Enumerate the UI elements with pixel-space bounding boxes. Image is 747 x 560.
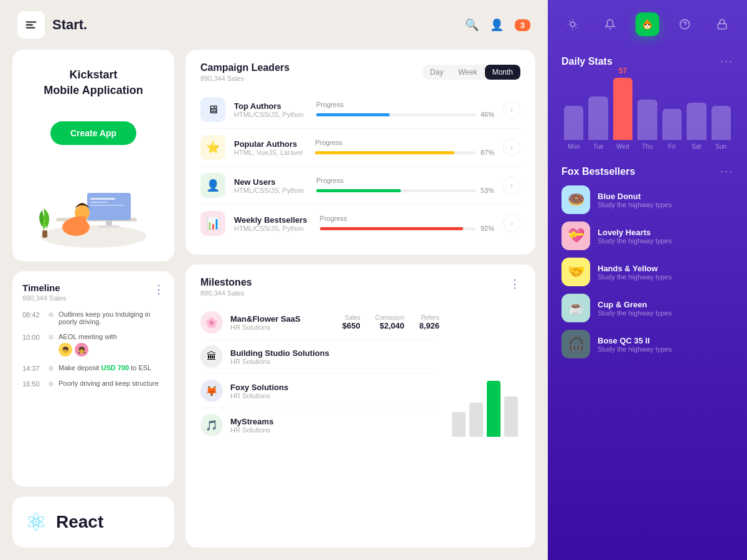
svg-point-15 (570, 22, 575, 27)
bar-thu: Thu (637, 100, 657, 150)
list-item: 16:50 Poorly driving and keep structure (22, 380, 164, 388)
tab-month[interactable]: Month (485, 65, 520, 80)
notification-badge[interactable]: 3 (515, 19, 530, 31)
fox-icon[interactable] (636, 12, 659, 36)
svg-rect-14 (42, 230, 47, 238)
man-flower-stats: Sales $650 Comission $2,040 Refers 8,926 (342, 314, 439, 330)
fox-bestsellers-header: Fox Bestsellers ··· (561, 165, 733, 178)
tab-day[interactable]: Day (423, 65, 451, 80)
list-item: ☕ Cup & Green Study the highway types (561, 294, 733, 322)
avatar: 👦 (59, 343, 72, 357)
svg-rect-30 (718, 24, 726, 29)
top-authors-icon: 🖥 (200, 97, 225, 122)
mystreams-icon: 🎵 (200, 414, 223, 436)
kickstart-card: Kickstart Mobile Application Create App (12, 50, 174, 261)
logo-icon (17, 11, 45, 39)
foxy-solutions-icon: 🦊 (200, 380, 223, 402)
timeline-menu-icon[interactable]: ⋮ (153, 282, 164, 296)
daily-stats-chart: Mon Tue 57 Wed Thu Fri (561, 75, 733, 150)
campaign-subtitle: 890,344 Sales (200, 75, 289, 82)
campaign-card: Campaign Leaders 890,344 Sales Day Week … (186, 50, 535, 254)
help-icon[interactable] (673, 12, 697, 36)
weekly-bestsellers-icon: 📊 (200, 211, 225, 236)
right-panel: Daily Stats ··· Mon Tue 57 Wed (548, 0, 747, 560)
fox-bestsellers-menu[interactable]: ··· (720, 165, 733, 178)
search-icon[interactable]: 🔍 (465, 18, 479, 32)
list-item: 10:00 AEOL meeting with 👦 👧 (22, 333, 164, 357)
user-icon[interactable]: 👤 (490, 18, 504, 32)
list-item: 🏛 Building Studio Solutions HR Solutions (200, 340, 439, 374)
fox-bestsellers-list: 🍩 Blue Donut Study the highway types 💝 L… (561, 185, 733, 358)
list-item: 08:42 Outlines keep you Indulging in poo… (22, 310, 164, 325)
milestones-subtitle: 890,344 Sales (200, 289, 252, 297)
daily-stats-section: Daily Stats ··· Mon Tue 57 Wed (548, 49, 747, 156)
blue-donut-thumb: 🍩 (561, 185, 590, 214)
chart-bar (504, 396, 518, 437)
popular-authors-icon: ⭐ (200, 135, 225, 160)
lock-icon[interactable] (710, 12, 734, 36)
content-area: Kickstart Mobile Application Create App (0, 50, 548, 560)
panel-top-icons (548, 0, 747, 49)
main-area: Start. 🔍 👤 3 Kickstart Mobile Applicatio… (0, 0, 548, 560)
bar-fri: Fri (662, 109, 682, 150)
list-item: 🌸 Man&Flower SaaS HR Solutions Sales $65… (200, 306, 439, 340)
logo-text: Start. (52, 17, 87, 33)
timeline-card: Timeline 890,344 Sales ⋮ 08:42 Outlines … (12, 271, 174, 487)
milestones-body: 🌸 Man&Flower SaaS HR Solutions Sales $65… (200, 306, 520, 442)
milestones-card: Milestones 890,344 Sales ⋮ 🌸 Man&Flower … (186, 264, 535, 548)
timeline-title: Timeline (22, 282, 66, 293)
lightbulb-icon[interactable] (561, 12, 585, 36)
bose-qc-thumb: 🎧 (561, 330, 590, 358)
fox-bestsellers-title: Fox Bestsellers (561, 166, 635, 177)
popular-authors-progress: Progress 87% (315, 139, 494, 156)
fox-bestsellers-section: Fox Bestsellers ··· 🍩 Blue Donut Study t… (548, 156, 747, 560)
tab-week[interactable]: Week (451, 65, 484, 80)
create-app-button[interactable]: Create App (50, 121, 136, 145)
bar-mon: Mon (564, 106, 583, 150)
svg-rect-7 (106, 220, 112, 225)
list-item: 🎧 Bose QC 35 II Study the highway types (561, 330, 733, 358)
weekly-bestsellers-arrow[interactable]: › (503, 215, 520, 232)
new-users-arrow[interactable]: › (503, 177, 520, 194)
svg-line-19 (576, 27, 576, 28)
svg-rect-6 (87, 193, 131, 220)
top-authors-arrow[interactable]: › (503, 101, 520, 118)
list-item: 🦊 Foxy Solutions HR Solutions (200, 374, 439, 408)
svg-rect-10 (90, 202, 108, 203)
svg-point-25 (645, 24, 647, 26)
list-item: 🎵 MyStreams HR Solutions (200, 408, 439, 442)
weekly-bestsellers-progress: Progress 92% (320, 215, 494, 232)
campaign-header: Campaign Leaders 890,344 Sales Day Week … (200, 62, 520, 82)
lovely-hearts-thumb: 💝 (561, 222, 590, 250)
cup-green-thumb: ☕ (561, 294, 590, 322)
react-card: ⚛ React (12, 497, 174, 548)
popular-authors-arrow[interactable]: › (503, 139, 520, 156)
chart-bar (452, 412, 466, 437)
hands-yellow-thumb: 🤝 (561, 258, 590, 286)
milestones-mini-chart (446, 381, 520, 437)
campaign-title: Campaign Leaders (200, 62, 289, 73)
campaign-row-top-authors: 🖥 Top Authors HTML/CSS/JS, Python Progre… (200, 91, 520, 129)
building-studio-icon: 🏛 (200, 345, 223, 368)
react-label: React (56, 512, 103, 532)
daily-stats-menu[interactable]: ··· (720, 55, 733, 68)
bar-sat: Sat (687, 103, 706, 150)
milestones-list: 🌸 Man&Flower SaaS HR Solutions Sales $65… (200, 306, 439, 442)
milestones-menu-icon[interactable]: ⋮ (509, 277, 520, 291)
svg-point-27 (647, 26, 649, 27)
chart-bar (487, 381, 500, 437)
bar-wed: 57 Wed (613, 78, 632, 150)
chart-bar (469, 403, 483, 437)
timeline-list: 08:42 Outlines keep you Indulging in poo… (22, 310, 164, 388)
bar-tue: Tue (588, 96, 608, 150)
timeline-subtitle: 890,344 Sales (22, 294, 66, 302)
svg-rect-11 (90, 205, 125, 206)
bell-icon[interactable] (598, 12, 622, 36)
react-logo-icon: ⚛ (25, 508, 47, 536)
list-item: 🍩 Blue Donut Study the highway types (561, 185, 733, 214)
man-flower-icon: 🌸 (200, 311, 223, 334)
svg-rect-8 (98, 225, 120, 228)
milestones-header: Milestones 890,344 Sales ⋮ (200, 277, 520, 297)
list-item: 🤝 Hands & Yellow Study the highway types (561, 258, 733, 286)
milestones-title: Milestones (200, 277, 252, 288)
